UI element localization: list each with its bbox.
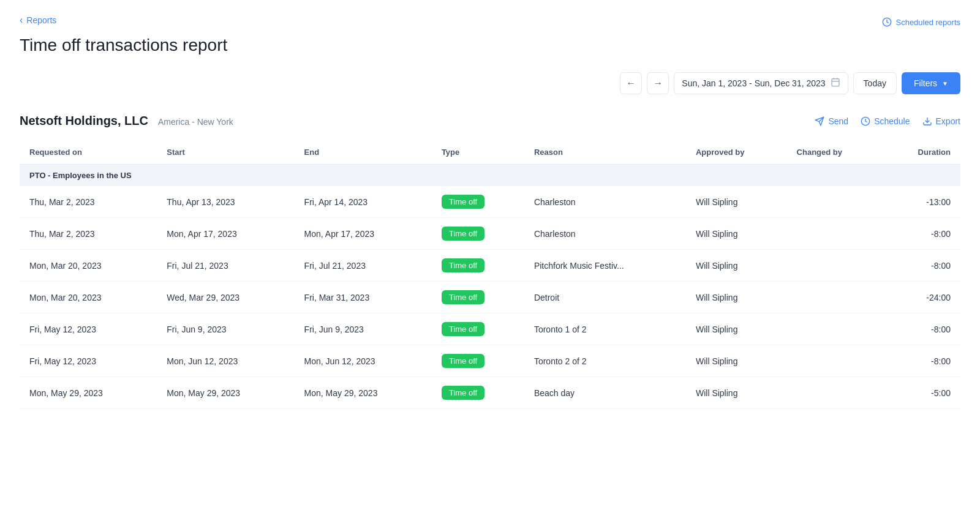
cell-changed-by bbox=[787, 345, 883, 377]
scheduled-reports-label: Scheduled reports bbox=[895, 18, 960, 27]
cell-requested-on: Mon, May 29, 2023 bbox=[20, 377, 157, 409]
table-row: Thu, Mar 2, 2023Mon, Apr 17, 2023Mon, Ap… bbox=[20, 218, 960, 250]
col-duration: Duration bbox=[883, 140, 960, 165]
cell-type: Time off bbox=[432, 345, 524, 377]
prev-period-button[interactable]: ← bbox=[620, 72, 642, 94]
cell-reason: Detroit bbox=[524, 282, 686, 313]
company-header: Netsoft Holdings, LLC America - New York… bbox=[20, 114, 960, 128]
date-range-text: Sun, Jan 1, 2023 - Sun, Dec 31, 2023 bbox=[682, 78, 825, 88]
cell-requested-on: Mon, Mar 20, 2023 bbox=[20, 250, 157, 282]
type-badge: Time off bbox=[442, 258, 484, 272]
cell-duration: -13:00 bbox=[883, 186, 960, 218]
filters-label: Filters bbox=[914, 78, 937, 88]
send-label: Send bbox=[828, 116, 848, 126]
table-row: Fri, May 12, 2023Fri, Jun 9, 2023Fri, Ju… bbox=[20, 313, 960, 345]
export-button[interactable]: Export bbox=[922, 116, 960, 126]
send-icon bbox=[815, 116, 824, 126]
cell-approved-by: Will Sipling bbox=[686, 345, 787, 377]
cell-requested-on: Fri, May 12, 2023 bbox=[20, 313, 157, 345]
cell-changed-by bbox=[787, 218, 883, 250]
export-icon bbox=[922, 116, 932, 126]
cell-reason: Charleston bbox=[524, 218, 686, 250]
company-location: America - New York bbox=[158, 117, 233, 127]
cell-end: Mon, May 29, 2023 bbox=[295, 377, 432, 409]
cell-start: Fri, Jun 9, 2023 bbox=[157, 313, 294, 345]
cell-start: Mon, May 29, 2023 bbox=[157, 377, 294, 409]
next-period-button[interactable]: → bbox=[647, 72, 669, 94]
cell-changed-by bbox=[787, 250, 883, 282]
cell-duration: -8:00 bbox=[883, 345, 960, 377]
cell-type: Time off bbox=[432, 377, 524, 409]
table-row: Fri, May 12, 2023Mon, Jun 12, 2023Mon, J… bbox=[20, 345, 960, 377]
col-type: Type bbox=[432, 140, 524, 165]
group-label: PTO - Employees in the US bbox=[20, 165, 960, 187]
cell-start: Thu, Apr 13, 2023 bbox=[157, 186, 294, 218]
table-row: Mon, Mar 20, 2023Fri, Jul 21, 2023Fri, J… bbox=[20, 250, 960, 282]
cell-reason: Toronto 2 of 2 bbox=[524, 345, 686, 377]
col-changed-by: Changed by bbox=[787, 140, 883, 165]
company-name-area: Netsoft Holdings, LLC America - New York bbox=[20, 114, 233, 128]
cell-type: Time off bbox=[432, 218, 524, 250]
today-button[interactable]: Today bbox=[853, 72, 897, 94]
group-row: PTO - Employees in the US bbox=[20, 165, 960, 187]
schedule-label: Schedule bbox=[874, 116, 910, 126]
cell-type: Time off bbox=[432, 186, 524, 218]
company-name: Netsoft Holdings, LLC bbox=[20, 114, 148, 127]
type-badge: Time off bbox=[442, 227, 484, 241]
col-reason: Reason bbox=[524, 140, 686, 165]
cell-changed-by bbox=[787, 186, 883, 218]
table-row: Mon, May 29, 2023Mon, May 29, 2023Mon, M… bbox=[20, 377, 960, 409]
col-start: Start bbox=[157, 140, 294, 165]
cell-approved-by: Will Sipling bbox=[686, 250, 787, 282]
cell-changed-by bbox=[787, 377, 883, 409]
back-nav-label: Reports bbox=[26, 15, 56, 25]
type-badge: Time off bbox=[442, 195, 484, 209]
toolbar: ← → Sun, Jan 1, 2023 - Sun, Dec 31, 2023… bbox=[20, 72, 960, 94]
table-row: Thu, Mar 2, 2023Thu, Apr 13, 2023Fri, Ap… bbox=[20, 186, 960, 218]
filters-button[interactable]: Filters ▼ bbox=[902, 72, 960, 94]
scheduled-reports-link[interactable]: Scheduled reports bbox=[882, 17, 960, 27]
cell-reason: Charleston bbox=[524, 186, 686, 218]
cell-end: Mon, Apr 17, 2023 bbox=[295, 218, 432, 250]
cell-start: Fri, Jul 21, 2023 bbox=[157, 250, 294, 282]
cell-reason: Beach day bbox=[524, 377, 686, 409]
cell-end: Fri, Mar 31, 2023 bbox=[295, 282, 432, 313]
cell-end: Fri, Jul 21, 2023 bbox=[295, 250, 432, 282]
cell-changed-by bbox=[787, 282, 883, 313]
cell-end: Fri, Apr 14, 2023 bbox=[295, 186, 432, 218]
dropdown-arrow-icon: ▼ bbox=[942, 80, 948, 87]
svg-rect-1 bbox=[832, 79, 839, 86]
calendar-icon bbox=[831, 77, 840, 89]
schedule-icon bbox=[861, 116, 870, 126]
page-title: Time off transactions report bbox=[20, 36, 960, 55]
cell-reason: Pitchfork Music Festiv... bbox=[524, 250, 686, 282]
type-badge: Time off bbox=[442, 290, 484, 304]
cell-requested-on: Fri, May 12, 2023 bbox=[20, 345, 157, 377]
cell-approved-by: Will Sipling bbox=[686, 186, 787, 218]
date-range-display[interactable]: Sun, Jan 1, 2023 - Sun, Dec 31, 2023 bbox=[674, 72, 848, 94]
table-header-row: Requested on Start End Type Reason Appro… bbox=[20, 140, 960, 165]
company-section: Netsoft Holdings, LLC America - New York… bbox=[20, 114, 960, 409]
cell-approved-by: Will Sipling bbox=[686, 377, 787, 409]
col-approved-by: Approved by bbox=[686, 140, 787, 165]
cell-duration: -24:00 bbox=[883, 282, 960, 313]
back-nav[interactable]: ‹ Reports bbox=[20, 15, 960, 26]
cell-type: Time off bbox=[432, 282, 524, 313]
cell-approved-by: Will Sipling bbox=[686, 313, 787, 345]
send-button[interactable]: Send bbox=[815, 116, 848, 126]
schedule-button[interactable]: Schedule bbox=[861, 116, 910, 126]
cell-start: Mon, Jun 12, 2023 bbox=[157, 345, 294, 377]
cell-start: Mon, Apr 17, 2023 bbox=[157, 218, 294, 250]
table-row: Mon, Mar 20, 2023Wed, Mar 29, 2023Fri, M… bbox=[20, 282, 960, 313]
cell-type: Time off bbox=[432, 250, 524, 282]
cell-requested-on: Mon, Mar 20, 2023 bbox=[20, 282, 157, 313]
export-label: Export bbox=[936, 116, 960, 126]
cell-duration: -5:00 bbox=[883, 377, 960, 409]
cell-duration: -8:00 bbox=[883, 313, 960, 345]
type-badge: Time off bbox=[442, 322, 484, 336]
chevron-left-icon: ‹ bbox=[20, 15, 23, 26]
type-badge: Time off bbox=[442, 386, 484, 400]
cell-reason: Toronto 1 of 2 bbox=[524, 313, 686, 345]
type-badge: Time off bbox=[442, 354, 484, 368]
cell-type: Time off bbox=[432, 313, 524, 345]
